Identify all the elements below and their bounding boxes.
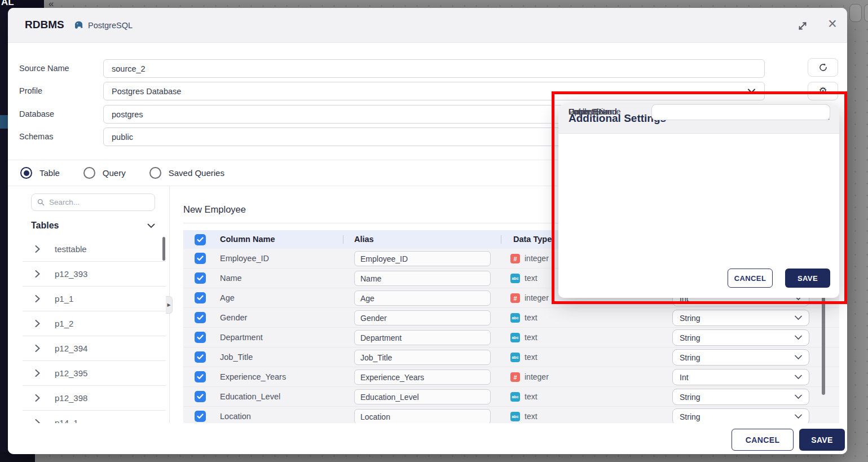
column-name: Age <box>220 293 235 302</box>
chevron-right-icon <box>35 270 40 278</box>
row-checkbox[interactable] <box>195 371 206 382</box>
form-field-label: Database <box>19 109 54 118</box>
data-type-badge: # <box>510 254 520 263</box>
chevron-down-icon <box>795 335 802 340</box>
data-type-label: integer <box>525 293 549 302</box>
table-list-item[interactable]: testtable <box>23 237 166 262</box>
row-checkbox[interactable] <box>195 332 206 343</box>
search-icon <box>37 198 45 206</box>
alias-input[interactable] <box>354 291 491 306</box>
chevron-right-icon <box>35 369 40 377</box>
alias-input[interactable] <box>354 369 491 385</box>
check-icon <box>197 275 204 281</box>
chevron-down-icon <box>795 414 802 419</box>
select-all-checkbox[interactable] <box>195 234 206 245</box>
popup-cancel-button[interactable]: CANCEL <box>728 269 773 288</box>
alias-input[interactable] <box>354 330 491 345</box>
app-logo-text: AL <box>1 0 14 8</box>
target-type-dropdown[interactable]: String <box>672 329 809 346</box>
form-field-input[interactable] <box>103 59 765 78</box>
alias-input[interactable] <box>354 389 491 404</box>
alias-input[interactable] <box>354 409 491 423</box>
target-type-dropdown[interactable]: String <box>672 349 809 366</box>
close-modal-button[interactable]: × <box>825 16 840 31</box>
check-icon <box>197 295 204 301</box>
expand-modal-button[interactable] <box>795 19 810 33</box>
source-mode-bar: Table Query Saved Queries <box>8 160 558 186</box>
table-list-item[interactable]: p1_1 <box>23 287 166 311</box>
table-list-item[interactable]: p12_394 <box>23 336 166 361</box>
save-button[interactable]: SAVE <box>799 429 845 451</box>
target-type-value: String <box>680 353 700 362</box>
data-type-badge: # <box>510 372 520 382</box>
cursor-tool-button[interactable] <box>864 4 868 22</box>
target-type-dropdown[interactable]: String <box>672 408 809 423</box>
chevron-right-icon <box>35 295 40 302</box>
refresh-button[interactable] <box>808 58 838 77</box>
target-type-value: String <box>680 333 700 342</box>
table-list-item[interactable]: p12_395 <box>23 361 166 386</box>
table-list-item[interactable]: p14_1 <box>23 411 166 423</box>
dataset-title: New Employee <box>183 204 246 215</box>
header-column-name: Column Name <box>220 235 275 244</box>
settings-gear-button[interactable]: ⚙ <box>808 82 838 100</box>
data-type-badge: abc <box>510 392 520 402</box>
column-row: Education_Level abc text String <box>183 387 839 407</box>
chevron-right-icon <box>35 419 40 423</box>
column-row: Department abc text String <box>183 328 839 347</box>
popup-field-input[interactable] <box>651 104 830 120</box>
alias-input[interactable] <box>354 251 491 266</box>
form-field-input[interactable] <box>103 82 765 100</box>
row-checkbox[interactable] <box>195 312 206 323</box>
cancel-button[interactable]: CANCEL <box>732 429 794 451</box>
target-type-dropdown[interactable]: String <box>672 310 809 326</box>
alias-input[interactable] <box>354 310 491 325</box>
sidebar-scrollbar[interactable] <box>162 237 165 261</box>
db-type-label: PostgreSQL <box>88 21 133 30</box>
column-row: Location abc text String <box>183 407 839 423</box>
table-name-label: testtable <box>55 244 87 254</box>
row-checkbox[interactable] <box>195 391 206 402</box>
column-row: Job_Title abc text String <box>183 347 839 367</box>
check-icon <box>197 256 204 261</box>
popup-field-label: Upper Bound <box>569 107 616 116</box>
chevron-right-icon <box>35 345 40 352</box>
table-list-item[interactable]: p12_393 <box>23 262 166 287</box>
row-checkbox[interactable] <box>195 411 206 422</box>
table-name-label: p12_398 <box>55 393 87 403</box>
header-alias: Alias <box>354 235 374 244</box>
data-type-label: text <box>525 333 537 342</box>
alias-input[interactable] <box>354 271 491 286</box>
column-row: Gender abc text String <box>183 308 839 328</box>
table-list-item[interactable]: p12_398 <box>23 386 166 411</box>
tables-section-label: Tables <box>31 221 59 231</box>
table-name-label: p1_2 <box>55 319 73 328</box>
row-checkbox[interactable] <box>195 351 206 363</box>
tables-section-header[interactable]: Tables <box>31 221 155 231</box>
popup-save-button[interactable]: SAVE <box>785 269 830 288</box>
radio-ring <box>20 167 32 179</box>
row-checkbox[interactable] <box>195 253 206 264</box>
data-type-label: integer <box>525 254 549 263</box>
row-checkbox[interactable] <box>195 272 206 284</box>
table-name-label: p14_1 <box>55 418 78 423</box>
data-type-label: text <box>525 274 537 283</box>
chevron-right-icon <box>35 245 40 253</box>
mode-radio[interactable]: Table <box>20 167 60 179</box>
radio-ring <box>83 167 95 179</box>
sidebar-collapse-handle[interactable]: ▶ <box>166 296 173 314</box>
mode-radio[interactable]: Saved Queries <box>149 167 224 179</box>
refresh-icon <box>818 63 828 72</box>
canvas-tool-button[interactable] <box>849 4 862 22</box>
target-type-dropdown[interactable]: String <box>672 389 809 405</box>
row-checkbox[interactable] <box>195 292 206 303</box>
chevron-right-icon <box>35 394 40 402</box>
search-input[interactable] <box>49 198 149 206</box>
table-list-item[interactable]: p1_2 <box>23 311 166 336</box>
gear-icon: ⚙ <box>818 85 827 97</box>
table-search[interactable] <box>31 193 155 211</box>
target-type-dropdown[interactable]: Int <box>672 369 809 385</box>
alias-input[interactable] <box>354 350 491 365</box>
mode-radio[interactable]: Query <box>83 167 126 179</box>
form-row: Source Name <box>8 59 847 78</box>
